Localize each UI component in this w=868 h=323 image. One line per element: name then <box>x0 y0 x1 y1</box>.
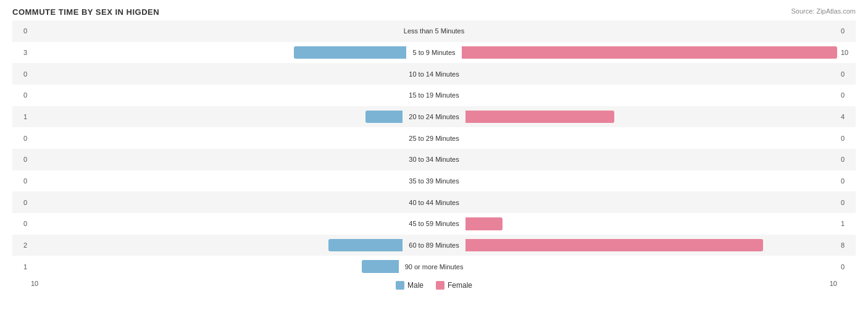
female-bar <box>465 217 503 230</box>
female-bar-side <box>464 196 837 209</box>
right-value: 10 <box>837 49 856 56</box>
right-value: 8 <box>837 241 856 249</box>
female-bar-side <box>464 67 837 80</box>
female-legend-box <box>436 281 444 290</box>
legend-male: Male <box>396 281 424 290</box>
legend: Male Female <box>396 281 472 290</box>
right-value: 0 <box>837 70 856 78</box>
male-bar-side <box>31 111 404 124</box>
chart-row: 0 45 to 59 Minutes 1 <box>12 213 856 235</box>
female-bar-side <box>464 89 837 102</box>
male-bar-side <box>31 132 404 145</box>
male-bar-side <box>31 46 407 59</box>
chart-row: 0 35 to 39 Minutes 0 <box>12 170 856 192</box>
right-value: 0 <box>837 135 856 142</box>
bar-area: 35 to 39 Minutes <box>31 170 837 192</box>
female-bar-side <box>464 239 837 252</box>
male-bar-side <box>31 153 404 166</box>
female-bar-side <box>464 175 837 188</box>
left-value: 0 <box>12 70 31 78</box>
male-bar-side <box>31 175 404 188</box>
right-value: 0 <box>837 177 856 185</box>
bar-area: Less than 5 Minutes <box>31 20 837 42</box>
male-bar-side <box>31 239 404 252</box>
row-label: Less than 5 Minutes <box>399 27 469 35</box>
female-bar-side <box>469 25 837 38</box>
row-label: 60 to 89 Minutes <box>404 241 464 249</box>
male-bar-side <box>31 260 400 273</box>
left-value: 1 <box>12 113 31 120</box>
chart-row: 1 20 to 24 Minutes 4 <box>12 106 856 128</box>
female-bar-side <box>464 217 837 230</box>
male-bar-side <box>31 25 399 38</box>
axis-left-label: 10 <box>31 280 38 290</box>
right-value: 4 <box>837 113 856 120</box>
row-label: 5 to 9 Minutes <box>407 49 460 56</box>
right-value: 0 <box>837 263 856 271</box>
chart-row: 0 15 to 19 Minutes 0 <box>12 85 856 106</box>
legend-female: Female <box>436 281 472 290</box>
male-bar-side <box>31 89 404 102</box>
left-value: 0 <box>12 177 31 185</box>
female-bar <box>462 46 837 59</box>
left-value: 0 <box>12 135 31 142</box>
right-value: 0 <box>837 27 856 35</box>
right-value: 0 <box>837 91 856 99</box>
bar-area: 20 to 24 Minutes <box>31 106 837 128</box>
row-label: 35 to 39 Minutes <box>404 177 464 185</box>
male-bar <box>362 260 399 273</box>
female-bar <box>465 239 763 252</box>
row-label: 20 to 24 Minutes <box>404 113 464 120</box>
row-label: 40 to 44 Minutes <box>404 199 464 206</box>
male-bar <box>294 46 407 59</box>
row-label: 10 to 14 Minutes <box>404 70 464 78</box>
chart-row: 0 25 to 29 Minutes 0 <box>12 127 856 149</box>
male-bar <box>365 111 403 124</box>
bar-area: 60 to 89 Minutes <box>31 235 837 256</box>
left-value: 3 <box>12 49 31 56</box>
row-label: 15 to 19 Minutes <box>404 91 464 99</box>
left-value: 0 <box>12 199 31 206</box>
bar-area: 15 to 19 Minutes <box>31 85 837 106</box>
chart-row: 0 40 to 44 Minutes 0 <box>12 191 856 213</box>
male-bar-side <box>31 196 404 209</box>
bar-area: 30 to 34 Minutes <box>31 149 837 170</box>
chart-row: 0 Less than 5 Minutes 0 <box>12 20 856 42</box>
female-legend-label: Female <box>448 281 472 290</box>
right-value: 0 <box>837 199 856 206</box>
female-bar-side <box>464 111 837 124</box>
bar-area: 40 to 44 Minutes <box>31 191 837 213</box>
bar-area: 10 to 14 Minutes <box>31 63 837 85</box>
bar-area: 25 to 29 Minutes <box>31 127 837 149</box>
right-value: 1 <box>837 220 856 227</box>
chart-row: 0 30 to 34 Minutes 0 <box>12 149 856 170</box>
chart-body: 0 Less than 5 Minutes 0 3 5 to 9 Minutes <box>12 20 856 277</box>
female-bar-side <box>468 260 837 273</box>
axis-bottom: 10 Male Female 10 <box>12 277 856 292</box>
male-legend-box <box>396 281 404 290</box>
left-value: 0 <box>12 156 31 163</box>
male-bar <box>328 239 403 252</box>
left-value: 0 <box>12 220 31 227</box>
left-value: 1 <box>12 263 31 271</box>
bar-area: 45 to 59 Minutes <box>31 213 837 235</box>
right-value: 0 <box>837 156 856 163</box>
chart-row: 2 60 to 89 Minutes 8 <box>12 235 856 256</box>
source-text: Source: ZipAtlas.com <box>791 7 856 15</box>
chart-row: 0 10 to 14 Minutes 0 <box>12 63 856 85</box>
left-value: 0 <box>12 91 31 99</box>
male-legend-label: Male <box>407 281 424 290</box>
row-label: 25 to 29 Minutes <box>404 135 464 142</box>
row-label: 90 or more Minutes <box>400 263 469 271</box>
chart-title: COMMUTE TIME BY SEX IN HIGDEN <box>12 7 856 17</box>
chart-container: COMMUTE TIME BY SEX IN HIGDEN Source: Zi… <box>0 0 868 323</box>
left-value: 2 <box>12 241 31 249</box>
bar-area: 90 or more Minutes <box>31 256 837 277</box>
bar-area: 5 to 9 Minutes <box>31 42 837 64</box>
row-label: 45 to 59 Minutes <box>404 220 464 227</box>
chart-row: 1 90 or more Minutes 0 <box>12 256 856 277</box>
female-bar-side <box>461 46 837 59</box>
chart-row: 3 5 to 9 Minutes 10 <box>12 42 856 64</box>
male-bar-side <box>31 217 404 230</box>
axis-right-label: 10 <box>830 280 837 290</box>
